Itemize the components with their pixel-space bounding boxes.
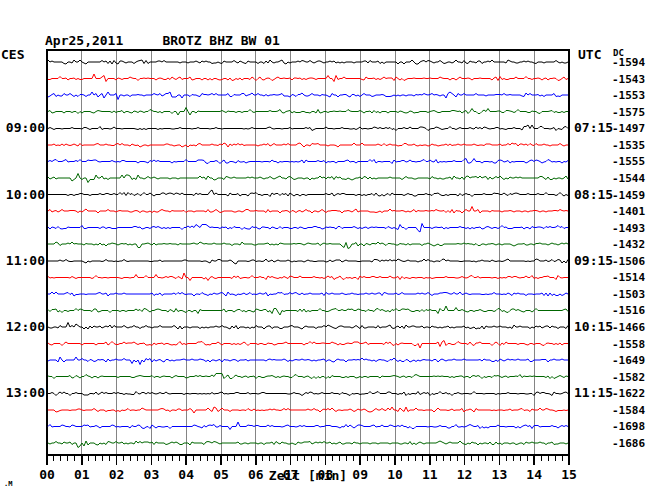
x-tick-label: 04 <box>171 468 201 481</box>
dc-value: -1514 <box>612 272 645 283</box>
seismic-trace-row-23 <box>48 422 568 430</box>
dc-value: -1555 <box>612 156 645 167</box>
left-hour-label: 11:00 <box>0 254 45 267</box>
dc-value: -1497 <box>612 123 645 134</box>
x-tick-label: 01 <box>67 468 97 481</box>
dc-value: -1558 <box>612 339 645 350</box>
x-tick-label: 12 <box>450 468 480 481</box>
dc-value: -1506 <box>612 256 645 267</box>
seismic-trace-row-19 <box>48 357 568 365</box>
dc-value: -1459 <box>612 190 645 201</box>
seismic-trace-row-18 <box>48 341 568 349</box>
seismic-trace-row-6 <box>48 143 568 147</box>
x-tick-label: 14 <box>519 468 549 481</box>
seismic-trace-row-16 <box>48 306 568 315</box>
corner-artifact: .M <box>4 481 12 488</box>
seismic-trace-row-12 <box>48 242 568 249</box>
seismic-trace-row-17 <box>48 323 568 330</box>
seismic-trace-row-14 <box>48 273 568 281</box>
seismic-trace-row-11 <box>48 224 568 233</box>
helicorder-screen: Apr25,2011 BROTZ BHZ BW 01 CES UTC DC 09… <box>0 0 650 494</box>
seismic-trace-row-2 <box>48 74 568 82</box>
dc-value: -1553 <box>612 90 645 101</box>
dc-value: -1698 <box>612 421 645 432</box>
x-tick-label: 03 <box>136 468 166 481</box>
seismic-trace-row-4 <box>48 108 568 116</box>
dc-value: -1503 <box>612 289 645 300</box>
left-hour-label: 13:00 <box>0 386 45 399</box>
dc-value: -1584 <box>612 405 645 416</box>
seismic-trace-row-8 <box>48 174 568 183</box>
dc-value: -1622 <box>612 388 645 399</box>
x-tick-label: 11 <box>415 468 445 481</box>
left-hour-label: 12:00 <box>0 320 45 333</box>
left-hour-label: 09:00 <box>0 121 45 134</box>
dc-value: -1543 <box>612 74 645 85</box>
dc-value: -1582 <box>612 372 645 383</box>
dc-value: -1432 <box>612 239 645 250</box>
seismic-trace-row-1 <box>48 60 568 64</box>
x-tick-label: 00 <box>32 468 62 481</box>
left-hour-label: 10:00 <box>0 188 45 201</box>
dc-value: -1466 <box>612 322 645 333</box>
seismic-trace-row-22 <box>48 407 568 413</box>
seismic-trace-row-13 <box>48 259 568 264</box>
seismic-trace-row-9 <box>48 190 568 197</box>
seismic-trace-row-10 <box>48 207 568 214</box>
seismic-trace-row-7 <box>48 159 568 164</box>
dc-value: -1544 <box>612 173 645 184</box>
seismic-trace-row-21 <box>48 392 568 396</box>
seismic-trace-row-5 <box>48 125 568 131</box>
dc-value: -1686 <box>612 438 645 449</box>
dc-value: -1535 <box>612 140 645 151</box>
seismic-trace-row-24 <box>48 441 568 448</box>
x-tick-label: 13 <box>484 468 514 481</box>
x-axis-title: Zeit [min] <box>208 469 408 482</box>
dc-value: -1401 <box>612 206 645 217</box>
helicorder-plot <box>0 0 650 494</box>
dc-value: -1649 <box>612 355 645 366</box>
dc-value: -1594 <box>612 57 645 68</box>
seismic-trace-row-20 <box>48 374 568 379</box>
seismic-trace-row-15 <box>48 292 568 296</box>
seismic-trace-row-3 <box>48 92 568 100</box>
x-tick-label: 02 <box>102 468 132 481</box>
dc-value: -1516 <box>612 305 645 316</box>
dc-value: -1575 <box>612 107 645 118</box>
x-tick-label: 15 <box>554 468 584 481</box>
dc-value: -1493 <box>612 223 645 234</box>
